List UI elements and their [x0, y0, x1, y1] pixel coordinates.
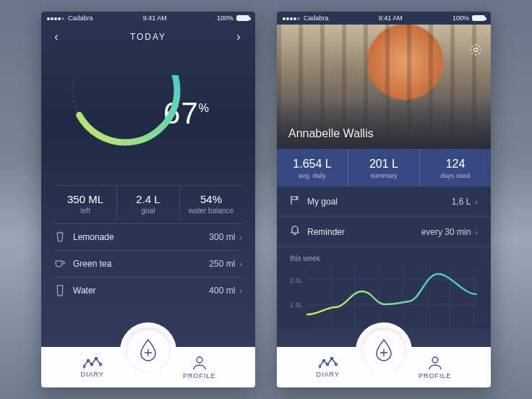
chart-title: this week: [290, 254, 478, 262]
tea-icon: [54, 258, 66, 270]
time-label: 9:41 AM: [379, 14, 403, 22]
svg-point-1: [73, 75, 177, 142]
stat-days-used: 124 days used: [420, 149, 491, 186]
today-screen: Cadabra 9:41 AM 100% ‹ TODAY ›: [41, 12, 255, 387]
tab-label: DIARY: [81, 371, 104, 378]
date-title: TODAY: [130, 32, 166, 42]
goal-value: 1,6 L: [452, 197, 471, 207]
stat-avg-daily: 1.654 L avg. daily: [277, 149, 348, 186]
drink-name: Green tea: [73, 259, 111, 269]
carrier-label: Cadabra: [68, 14, 93, 22]
reminder-row[interactable]: Reminder every 30 min ›: [277, 217, 491, 247]
drink-name: Lemonade: [73, 232, 114, 242]
svg-point-8: [474, 48, 478, 52]
carrier-label: Cadabra: [304, 14, 329, 22]
signal-icon: [283, 14, 301, 22]
progress-ring: 67%: [41, 52, 255, 175]
chevron-right-icon: ›: [475, 197, 478, 206]
profile-hero: Annabelle Wallis: [277, 25, 491, 149]
drink-row-lemonade[interactable]: Lemonade 300 ml ›: [54, 223, 242, 250]
tab-diary[interactable]: DIARY: [317, 357, 340, 378]
summary-row: 350 ML left 2.4 L goal 54% water balance: [54, 185, 242, 220]
profile-screen: Cadabra 9:41 AM 100% Annabelle Wallis 1.…: [277, 12, 491, 387]
tab-label: PROFILE: [183, 372, 216, 379]
summary-balance: 54% water balance: [180, 186, 242, 220]
add-drink-button[interactable]: [363, 330, 405, 372]
stats-row: 1.654 L avg. daily 201 L summary 124 day…: [277, 149, 491, 186]
drink-amount: 400 ml: [209, 286, 235, 296]
chevron-right-icon: ›: [239, 286, 242, 295]
water-icon: [54, 285, 66, 296]
svg-point-24: [432, 357, 438, 363]
chevron-right-icon: ›: [475, 228, 478, 236]
tab-label: PROFILE: [419, 372, 452, 379]
battery-icon: [472, 15, 485, 21]
battery-label: 100%: [217, 14, 233, 22]
bell-icon: [290, 226, 300, 238]
reminder-label: Reminder: [307, 227, 345, 237]
time-label: 9:41 AM: [143, 14, 167, 22]
next-day-button[interactable]: ›: [233, 30, 245, 43]
signal-icon: [47, 14, 65, 22]
chevron-right-icon: ›: [239, 259, 242, 268]
drink-row-water[interactable]: Water 400 ml ›: [54, 277, 242, 304]
tab-bar: DIARY PROFILE: [277, 347, 491, 387]
summary-left: 350 ML left: [54, 186, 117, 220]
status-bar: Cadabra 9:41 AM 100%: [41, 12, 255, 25]
date-nav: ‹ TODAY ›: [41, 25, 255, 49]
profile-name: Annabelle Wallis: [288, 127, 374, 140]
goal-label: My goal: [307, 197, 338, 207]
add-drink-button[interactable]: [127, 330, 169, 372]
battery-label: 100%: [452, 14, 469, 22]
prev-day-button[interactable]: ‹: [51, 30, 63, 43]
status-bar: Cadabra 9:41 AM 100%: [277, 12, 491, 25]
stat-summary: 201 L summary: [348, 149, 420, 186]
summary-goal: 2.4 L goal: [117, 186, 180, 220]
chevron-right-icon: ›: [239, 233, 242, 241]
drink-name: Water: [73, 286, 96, 296]
drink-list: Lemonade 300 ml › Green tea 250 ml ›: [54, 223, 242, 304]
lemonade-icon: [54, 231, 66, 243]
drink-row-tea[interactable]: Green tea 250 ml ›: [54, 250, 242, 277]
reminder-value: every 30 min: [421, 227, 471, 237]
flag-icon: [290, 195, 300, 207]
tab-diary[interactable]: DIARY: [81, 357, 104, 378]
tab-profile[interactable]: PROFILE: [419, 356, 452, 379]
svg-point-0: [73, 75, 177, 142]
settings-button[interactable]: [469, 43, 482, 59]
tab-bar: DIARY PROFILE: [41, 347, 255, 387]
weekly-chart: this week 2.0L 1.5L: [277, 247, 491, 329]
battery-icon: [236, 15, 249, 21]
tab-label: DIARY: [317, 371, 340, 378]
goal-row[interactable]: My goal 1,6 L ›: [277, 186, 491, 217]
tab-profile[interactable]: PROFILE: [183, 356, 216, 379]
svg-point-7: [197, 357, 202, 363]
drink-amount: 300 ml: [209, 232, 235, 242]
drink-amount: 250 ml: [209, 259, 235, 269]
